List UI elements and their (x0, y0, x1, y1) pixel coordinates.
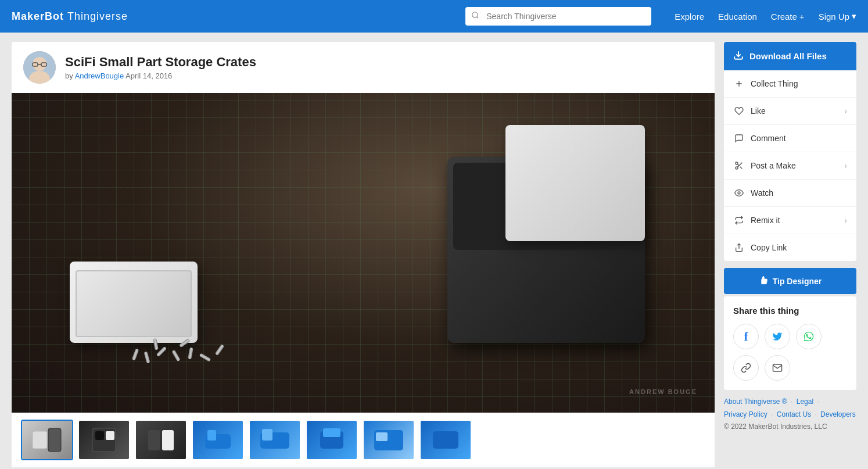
share-icons: f (733, 324, 847, 381)
svg-line-1 (477, 17, 479, 19)
share-whatsapp[interactable] (796, 324, 822, 349)
share-title: Share this thing (733, 306, 847, 316)
svg-rect-20 (323, 428, 340, 437)
comment-label: Comment (751, 134, 847, 143)
svg-rect-16 (207, 430, 216, 441)
watermark: ANDREW BOUGE (629, 388, 697, 395)
avatar (23, 51, 56, 84)
thing-header: SciFi Small Part Storage Crates by Andre… (12, 42, 715, 93)
thing-subtitle: by AndrewBougie April 14, 2016 (65, 71, 256, 80)
main-content: SciFi Small Part Storage Crates by Andre… (0, 33, 868, 469)
thumbnail-8[interactable] (419, 420, 472, 460)
main-image: ANDREW BOUGE (12, 93, 715, 413)
svg-rect-14 (162, 430, 174, 450)
footer-contact[interactable]: Contact Us (777, 410, 811, 418)
thumbnail-7[interactable] (363, 420, 415, 460)
nav-explore[interactable]: Explore (675, 12, 704, 22)
crate-white-inner (505, 125, 645, 241)
plus-icon: + (799, 12, 805, 22)
tip-button[interactable]: Tip Designer (724, 268, 856, 294)
svg-point-0 (472, 12, 478, 17)
remix-label: Remix it (751, 216, 838, 225)
remix-item[interactable]: Remix it › (724, 207, 856, 234)
thumbnail-1[interactable] (21, 420, 73, 460)
logo-thingiverse: Thingiverse (67, 10, 128, 23)
svg-line-31 (737, 164, 739, 166)
header: MakerBot Thingiverse Explore Education C… (0, 0, 868, 33)
thumbnail-4[interactable] (192, 420, 244, 460)
thing-title-block: SciFi Small Part Storage Crates by Andre… (65, 55, 256, 80)
share-facebook[interactable]: f (733, 324, 759, 349)
watch-item[interactable]: Watch (724, 180, 856, 207)
tip-icon (759, 275, 768, 287)
crate-white-left (70, 262, 198, 343)
left-panel: SciFi Small Part Storage Crates by Andre… (12, 42, 715, 467)
post-make-item[interactable]: Post a Make › (724, 152, 856, 180)
footer-privacy[interactable]: Privacy Policy (724, 410, 767, 418)
remix-icon (733, 214, 745, 226)
svg-rect-23 (433, 431, 458, 449)
nav-education[interactable]: Education (718, 12, 757, 22)
logo-makerbot: MakerBot (12, 10, 64, 23)
eye-icon (733, 187, 745, 199)
search-input[interactable] (465, 7, 651, 26)
thumbnail-5[interactable] (249, 420, 301, 460)
footer-links: About Thingiverse ® · Legal · Privacy Po… (724, 396, 856, 434)
svg-rect-13 (148, 430, 160, 450)
footer-legal[interactable]: Legal (797, 398, 813, 406)
svg-point-32 (738, 192, 740, 194)
comment-item[interactable]: Comment (724, 125, 856, 152)
share-twitter[interactable] (765, 324, 790, 349)
plus-icon (733, 78, 745, 89)
watch-label: Watch (751, 188, 847, 198)
search-bar (465, 7, 651, 26)
footer-developers[interactable]: Developers (820, 410, 856, 418)
copy-link-label: Copy Link (751, 243, 847, 252)
svg-line-30 (740, 167, 743, 169)
svg-point-27 (736, 162, 738, 164)
share-email[interactable] (765, 355, 790, 381)
collect-item[interactable]: Collect Thing (724, 70, 856, 98)
download-icon (733, 50, 744, 62)
search-icon (471, 11, 479, 22)
svg-point-28 (736, 167, 738, 169)
copy-link-item[interactable]: Copy Link (724, 234, 856, 261)
svg-point-3 (33, 57, 46, 71)
share-card: Share this thing f (724, 296, 856, 390)
share-icon (733, 242, 745, 253)
author-link[interactable]: AndrewBougie (75, 71, 124, 80)
nav-signup[interactable]: Sign Up ▾ (819, 11, 856, 22)
thumbnail-6[interactable] (306, 420, 358, 460)
screws (128, 331, 244, 366)
tip-label: Tip Designer (773, 277, 822, 286)
logo: MakerBot Thingiverse (12, 10, 128, 23)
svg-rect-18 (262, 429, 272, 441)
svg-rect-11 (95, 431, 104, 440)
svg-rect-22 (376, 432, 388, 441)
svg-rect-12 (106, 431, 114, 440)
svg-rect-8 (33, 431, 47, 449)
footer-copyright: © 2022 MakerBot Industries, LLC (724, 423, 827, 431)
thumbnails-row (12, 413, 715, 467)
share-link[interactable] (733, 355, 759, 381)
scissors-icon (733, 160, 745, 171)
thumbnail-3[interactable] (135, 420, 187, 460)
svg-rect-9 (48, 428, 61, 452)
like-label: Like (751, 106, 838, 116)
download-button[interactable]: Download All Files (724, 42, 856, 70)
like-item[interactable]: Like › (724, 98, 856, 125)
action-card: Download All Files Collect Thing L (724, 42, 856, 261)
scene: ANDREW BOUGE (12, 93, 715, 413)
post-make-arrow: › (844, 161, 847, 170)
download-label: Download All Files (749, 51, 827, 61)
collect-label: Collect Thing (751, 79, 847, 88)
thumbnail-2[interactable] (78, 420, 130, 460)
nav-create[interactable]: Create + (771, 12, 805, 22)
post-make-label: Post a Make (751, 161, 838, 170)
footer-about[interactable]: About Thingiverse ® (724, 398, 787, 406)
heart-icon (733, 105, 745, 117)
remix-arrow: › (844, 216, 847, 225)
comment-icon (733, 133, 745, 144)
main-nav: Explore Education Create + Sign Up ▾ (675, 11, 856, 22)
thing-title: SciFi Small Part Storage Crates (65, 55, 256, 70)
